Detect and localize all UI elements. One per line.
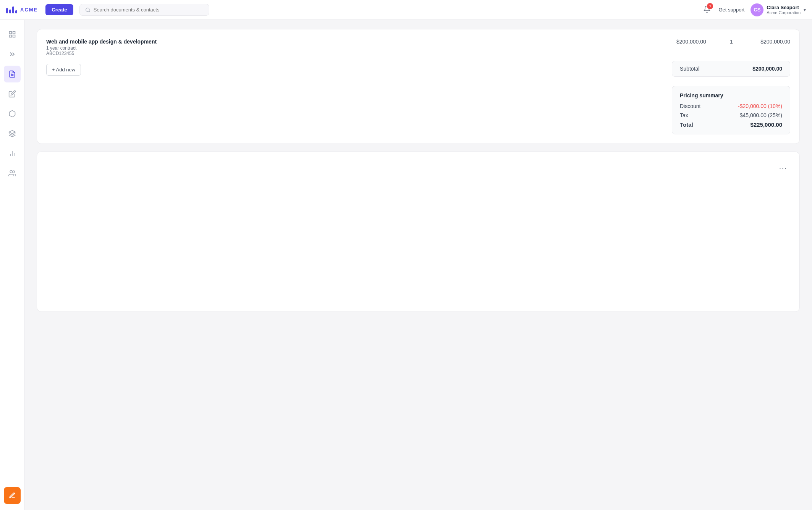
- avatar: CS: [751, 3, 763, 16]
- dashboard-icon: [8, 31, 16, 38]
- line-item-row: Web and mobile app design & development …: [46, 39, 790, 45]
- svg-point-0: [86, 8, 89, 11]
- sidebar-bottom: [4, 487, 21, 504]
- logo-icon: [6, 6, 17, 13]
- avatar-initials: CS: [754, 7, 760, 13]
- discount-label: Discount: [680, 103, 700, 109]
- create-button[interactable]: Create: [45, 4, 73, 15]
- svg-rect-2: [9, 32, 11, 34]
- search-box: [79, 4, 209, 16]
- total-row: Total $225,000.00: [680, 121, 782, 128]
- line-item: Web and mobile app design & development …: [46, 39, 790, 56]
- sidebar-item-analytics[interactable]: [4, 145, 21, 162]
- discount-row: Discount -$20,000.00 (10%): [680, 103, 782, 109]
- empty-card: ···: [37, 152, 800, 312]
- line-item-price: $200,000.00: [676, 39, 715, 45]
- search-icon: [85, 7, 91, 13]
- subtotal-value: $200,000.00: [752, 66, 782, 72]
- pencil-icon: [9, 492, 16, 499]
- logo-bar-2: [9, 10, 11, 13]
- sidebar-item-dashboard[interactable]: [4, 26, 21, 43]
- svg-marker-8: [9, 131, 15, 134]
- total-label: Total: [680, 121, 693, 128]
- svg-point-12: [10, 171, 13, 173]
- card1-bottom: + Add new Subtotal $200,000.00 Pricing s…: [46, 61, 790, 134]
- contacts-icon: [8, 169, 16, 177]
- sidebar-item-edit[interactable]: [4, 86, 21, 102]
- line-item-subtitle: 1 year contract: [46, 45, 790, 51]
- notification-badge: 1: [707, 3, 713, 9]
- pricing-summary-title: Pricing summary: [680, 92, 782, 98]
- svg-rect-3: [13, 32, 15, 34]
- cube-icon: [8, 110, 16, 118]
- layers-icon: [8, 130, 16, 137]
- line-item-name: Web and mobile app design & development: [46, 39, 667, 45]
- discount-value: -$20,000.00 (10%): [738, 103, 782, 109]
- notification-button[interactable]: 1: [702, 4, 712, 16]
- main-content: Web and mobile app design & development …: [24, 20, 812, 510]
- nav-right: 1 Get support CS Clara Seaport Acme Corp…: [702, 3, 806, 16]
- svg-rect-5: [13, 35, 15, 37]
- sidebar-item-products[interactable]: [4, 105, 21, 122]
- add-new-button[interactable]: + Add new: [46, 64, 81, 76]
- sidebar-item-documents[interactable]: [4, 66, 21, 82]
- search-input[interactable]: [94, 7, 204, 13]
- line-item-code: ABCD123455: [46, 51, 790, 56]
- svg-rect-4: [9, 35, 11, 37]
- user-info: Clara Seaport Acme Corporation: [767, 5, 801, 15]
- total-value: $225,000.00: [751, 121, 782, 128]
- sidebar-item-contacts[interactable]: [4, 165, 21, 182]
- logo-bar-3: [12, 6, 14, 13]
- logo-area: ACME: [6, 6, 38, 13]
- add-new-area: + Add new: [46, 61, 81, 76]
- pricing-area: Subtotal $200,000.00 Pricing summary Dis…: [672, 61, 790, 134]
- subtotal-label: Subtotal: [680, 66, 699, 72]
- quick-action-button[interactable]: [4, 487, 21, 504]
- tax-label: Tax: [680, 112, 688, 118]
- chevron-down-icon: ▾: [804, 7, 806, 13]
- chevrons-icon: [8, 50, 16, 58]
- pricing-summary-box: Pricing summary Discount -$20,000.00 (10…: [672, 86, 790, 134]
- line-items-card: Web and mobile app design & development …: [37, 29, 800, 144]
- get-support-label[interactable]: Get support: [718, 7, 744, 13]
- subtotal-box: Subtotal $200,000.00: [672, 61, 790, 77]
- line-item-total: $200,000.00: [748, 39, 790, 45]
- user-company: Acme Corporation: [767, 10, 801, 15]
- more-options-button[interactable]: ···: [776, 163, 790, 174]
- sidebar-item-chevrons[interactable]: [4, 46, 21, 63]
- user-name: Clara Seaport: [767, 5, 801, 10]
- svg-line-1: [89, 11, 90, 12]
- tax-value: $45,000.00 (25%): [740, 112, 782, 118]
- logo-text: ACME: [20, 7, 38, 13]
- sidebar-item-layers[interactable]: [4, 125, 21, 142]
- document-icon: [8, 70, 16, 78]
- tax-row: Tax $45,000.00 (25%): [680, 112, 782, 118]
- logo-bar-1: [6, 8, 8, 13]
- line-item-quantity: 1: [724, 39, 739, 45]
- more-options-area: ···: [46, 161, 790, 175]
- topnav: ACME Create 1 Get support CS Clara Seapo…: [0, 0, 812, 20]
- logo-bar-4: [15, 10, 17, 13]
- chart-icon: [8, 150, 16, 157]
- user-menu[interactable]: CS Clara Seaport Acme Corporation ▾: [751, 3, 806, 16]
- edit-icon: [8, 90, 16, 98]
- sidebar: [0, 20, 24, 510]
